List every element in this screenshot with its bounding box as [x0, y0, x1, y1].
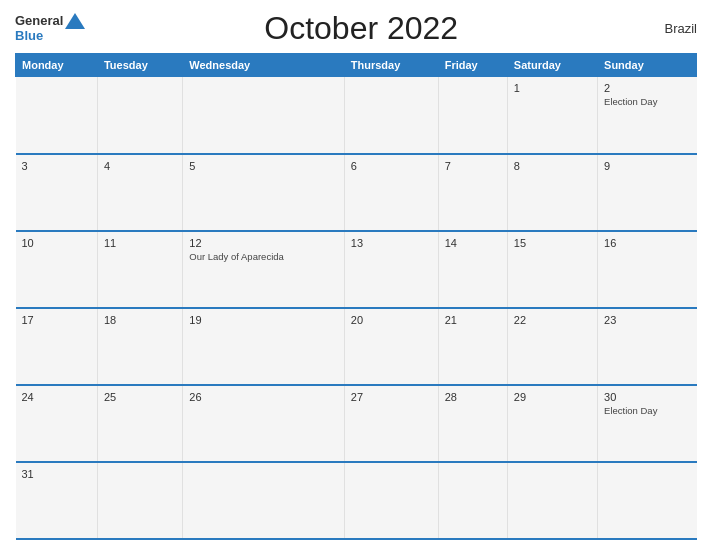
calendar-table: Monday Tuesday Wednesday Thursday Friday…: [15, 53, 697, 540]
day-number: 28: [445, 391, 501, 403]
calendar-cell: 27: [344, 385, 438, 462]
calendar-row-3: 101112Our Lady of Aparecida13141516: [16, 231, 697, 308]
calendar-cell: 8: [507, 154, 597, 231]
col-wednesday: Wednesday: [183, 54, 345, 77]
day-number: 6: [351, 160, 432, 172]
calendar-cell: 11: [97, 231, 182, 308]
logo-triangle-icon: [65, 13, 85, 29]
calendar-cell: 25: [97, 385, 182, 462]
day-number: 8: [514, 160, 591, 172]
calendar-cell: 16: [598, 231, 697, 308]
day-number: 11: [104, 237, 176, 249]
day-number: 21: [445, 314, 501, 326]
country-label: Brazil: [637, 21, 697, 36]
calendar-cell: 18: [97, 308, 182, 385]
calendar-cell: [507, 462, 597, 539]
event-label: Our Lady of Aparecida: [189, 251, 338, 263]
calendar-cell: [598, 462, 697, 539]
calendar-cell: 19: [183, 308, 345, 385]
calendar-cell: 12Our Lady of Aparecida: [183, 231, 345, 308]
calendar-row-6: 31: [16, 462, 697, 539]
day-number: 14: [445, 237, 501, 249]
day-number: 22: [514, 314, 591, 326]
col-friday: Friday: [438, 54, 507, 77]
day-number: 26: [189, 391, 338, 403]
calendar-cell: 17: [16, 308, 98, 385]
col-saturday: Saturday: [507, 54, 597, 77]
day-number: 20: [351, 314, 432, 326]
day-number: 13: [351, 237, 432, 249]
calendar-cell: [438, 77, 507, 154]
day-number: 17: [22, 314, 91, 326]
calendar-cell: 7: [438, 154, 507, 231]
calendar-cell: [344, 462, 438, 539]
calendar-cell: 31: [16, 462, 98, 539]
col-tuesday: Tuesday: [97, 54, 182, 77]
day-number: 12: [189, 237, 338, 249]
day-number: 18: [104, 314, 176, 326]
calendar-cell: 14: [438, 231, 507, 308]
day-number: 15: [514, 237, 591, 249]
day-number: 9: [604, 160, 690, 172]
calendar-cell: 28: [438, 385, 507, 462]
calendar-cell: [16, 77, 98, 154]
calendar-cell: [438, 462, 507, 539]
day-number: 5: [189, 160, 338, 172]
event-label: Election Day: [604, 96, 690, 108]
day-number: 25: [104, 391, 176, 403]
calendar-page: General Blue October 2022 Brazil Monday …: [0, 0, 712, 550]
calendar-cell: [97, 77, 182, 154]
calendar-cell: 26: [183, 385, 345, 462]
day-number: 29: [514, 391, 591, 403]
calendar-cell: 13: [344, 231, 438, 308]
calendar-cell: 2Election Day: [598, 77, 697, 154]
calendar-row-2: 3456789: [16, 154, 697, 231]
day-number: 7: [445, 160, 501, 172]
calendar-cell: [344, 77, 438, 154]
header: General Blue October 2022 Brazil: [15, 10, 697, 47]
calendar-cell: 23: [598, 308, 697, 385]
day-number: 19: [189, 314, 338, 326]
day-number: 23: [604, 314, 690, 326]
calendar-cell: 24: [16, 385, 98, 462]
calendar-row-5: 24252627282930Election Day: [16, 385, 697, 462]
logo-general-text: General: [15, 14, 63, 28]
calendar-body: 12Election Day3456789101112Our Lady of A…: [16, 77, 697, 540]
calendar-cell: 5: [183, 154, 345, 231]
header-row: Monday Tuesday Wednesday Thursday Friday…: [16, 54, 697, 77]
calendar-cell: 6: [344, 154, 438, 231]
event-label: Election Day: [604, 405, 690, 417]
day-number: 31: [22, 468, 91, 480]
calendar-cell: [183, 462, 345, 539]
logo: General Blue: [15, 13, 85, 43]
calendar-cell: [97, 462, 182, 539]
calendar-cell: 4: [97, 154, 182, 231]
day-number: 4: [104, 160, 176, 172]
col-thursday: Thursday: [344, 54, 438, 77]
col-monday: Monday: [16, 54, 98, 77]
calendar-cell: 30Election Day: [598, 385, 697, 462]
title-section: October 2022: [85, 10, 637, 47]
calendar-cell: 21: [438, 308, 507, 385]
day-number: 27: [351, 391, 432, 403]
calendar-cell: 1: [507, 77, 597, 154]
day-number: 1: [514, 82, 591, 94]
day-number: 30: [604, 391, 690, 403]
calendar-cell: 9: [598, 154, 697, 231]
day-number: 24: [22, 391, 91, 403]
col-sunday: Sunday: [598, 54, 697, 77]
calendar-row-1: 12Election Day: [16, 77, 697, 154]
calendar-header: Monday Tuesday Wednesday Thursday Friday…: [16, 54, 697, 77]
calendar-title: October 2022: [264, 10, 458, 46]
calendar-row-4: 17181920212223: [16, 308, 697, 385]
logo-blue-text: Blue: [15, 29, 43, 43]
calendar-cell: 29: [507, 385, 597, 462]
calendar-cell: 3: [16, 154, 98, 231]
day-number: 3: [22, 160, 91, 172]
calendar-cell: [183, 77, 345, 154]
day-number: 16: [604, 237, 690, 249]
day-number: 10: [22, 237, 91, 249]
day-number: 2: [604, 82, 690, 94]
calendar-cell: 10: [16, 231, 98, 308]
logo-block: General Blue: [15, 13, 85, 43]
